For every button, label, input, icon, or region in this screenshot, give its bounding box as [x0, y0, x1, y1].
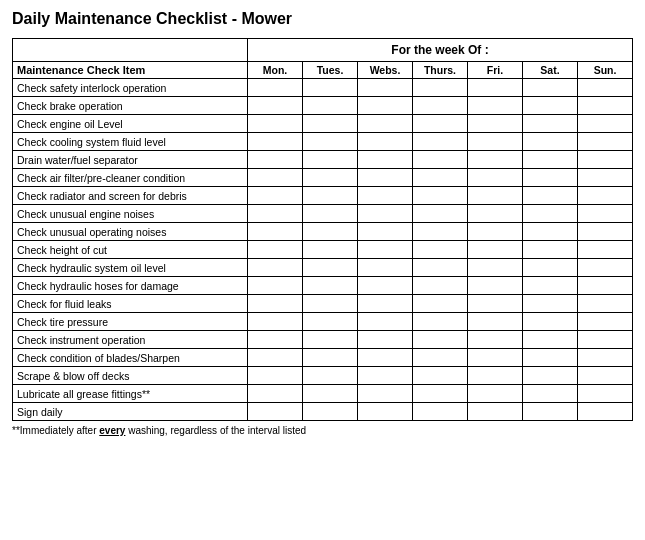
check-cell[interactable] — [413, 115, 468, 133]
check-cell[interactable] — [578, 277, 633, 295]
check-cell[interactable] — [248, 97, 303, 115]
check-cell[interactable] — [248, 79, 303, 97]
check-cell[interactable] — [248, 331, 303, 349]
check-cell[interactable] — [358, 169, 413, 187]
check-cell[interactable] — [303, 97, 358, 115]
check-cell[interactable] — [358, 223, 413, 241]
check-cell[interactable] — [303, 223, 358, 241]
check-cell[interactable] — [248, 187, 303, 205]
check-cell[interactable] — [248, 241, 303, 259]
check-cell[interactable] — [578, 205, 633, 223]
check-cell[interactable] — [578, 385, 633, 403]
check-cell[interactable] — [523, 331, 578, 349]
check-cell[interactable] — [413, 97, 468, 115]
check-cell[interactable] — [303, 277, 358, 295]
check-cell[interactable] — [303, 205, 358, 223]
check-cell[interactable] — [468, 115, 523, 133]
check-cell[interactable] — [578, 187, 633, 205]
check-cell[interactable] — [523, 349, 578, 367]
check-cell[interactable] — [248, 169, 303, 187]
check-cell[interactable] — [468, 205, 523, 223]
check-cell[interactable] — [248, 205, 303, 223]
check-cell[interactable] — [578, 403, 633, 421]
check-cell[interactable] — [468, 277, 523, 295]
check-cell[interactable] — [303, 187, 358, 205]
check-cell[interactable] — [303, 259, 358, 277]
check-cell[interactable] — [468, 385, 523, 403]
check-cell[interactable] — [303, 241, 358, 259]
check-cell[interactable] — [578, 151, 633, 169]
check-cell[interactable] — [413, 259, 468, 277]
check-cell[interactable] — [578, 79, 633, 97]
check-cell[interactable] — [578, 259, 633, 277]
check-cell[interactable] — [358, 295, 413, 313]
check-cell[interactable] — [248, 133, 303, 151]
check-cell[interactable] — [248, 349, 303, 367]
check-cell[interactable] — [358, 79, 413, 97]
check-cell[interactable] — [358, 115, 413, 133]
check-cell[interactable] — [303, 313, 358, 331]
check-cell[interactable] — [523, 79, 578, 97]
check-cell[interactable] — [358, 349, 413, 367]
check-cell[interactable] — [248, 277, 303, 295]
check-cell[interactable] — [468, 259, 523, 277]
check-cell[interactable] — [358, 187, 413, 205]
check-cell[interactable] — [468, 295, 523, 313]
check-cell[interactable] — [358, 151, 413, 169]
check-cell[interactable] — [413, 169, 468, 187]
check-cell[interactable] — [358, 205, 413, 223]
check-cell[interactable] — [358, 367, 413, 385]
check-cell[interactable] — [523, 241, 578, 259]
check-cell[interactable] — [248, 115, 303, 133]
check-cell[interactable] — [578, 115, 633, 133]
check-cell[interactable] — [303, 151, 358, 169]
check-cell[interactable] — [413, 331, 468, 349]
check-cell[interactable] — [358, 385, 413, 403]
check-cell[interactable] — [413, 313, 468, 331]
check-cell[interactable] — [413, 385, 468, 403]
check-cell[interactable] — [523, 367, 578, 385]
check-cell[interactable] — [248, 313, 303, 331]
check-cell[interactable] — [413, 403, 468, 421]
check-cell[interactable] — [523, 223, 578, 241]
check-cell[interactable] — [303, 295, 358, 313]
check-cell[interactable] — [468, 241, 523, 259]
check-cell[interactable] — [523, 259, 578, 277]
check-cell[interactable] — [523, 385, 578, 403]
check-cell[interactable] — [358, 241, 413, 259]
check-cell[interactable] — [413, 277, 468, 295]
check-cell[interactable] — [303, 385, 358, 403]
check-cell[interactable] — [358, 133, 413, 151]
check-cell[interactable] — [358, 403, 413, 421]
check-cell[interactable] — [248, 223, 303, 241]
check-cell[interactable] — [303, 331, 358, 349]
check-cell[interactable] — [303, 349, 358, 367]
check-cell[interactable] — [468, 79, 523, 97]
check-cell[interactable] — [248, 259, 303, 277]
check-cell[interactable] — [578, 295, 633, 313]
check-cell[interactable] — [248, 295, 303, 313]
check-cell[interactable] — [468, 403, 523, 421]
check-cell[interactable] — [413, 205, 468, 223]
check-cell[interactable] — [578, 349, 633, 367]
check-cell[interactable] — [468, 169, 523, 187]
check-cell[interactable] — [523, 151, 578, 169]
check-cell[interactable] — [358, 313, 413, 331]
check-cell[interactable] — [413, 295, 468, 313]
check-cell[interactable] — [468, 367, 523, 385]
check-cell[interactable] — [468, 97, 523, 115]
check-cell[interactable] — [468, 187, 523, 205]
check-cell[interactable] — [358, 97, 413, 115]
check-cell[interactable] — [523, 169, 578, 187]
check-cell[interactable] — [468, 151, 523, 169]
check-cell[interactable] — [523, 115, 578, 133]
check-cell[interactable] — [303, 403, 358, 421]
check-cell[interactable] — [303, 367, 358, 385]
check-cell[interactable] — [578, 241, 633, 259]
check-cell[interactable] — [578, 133, 633, 151]
check-cell[interactable] — [413, 349, 468, 367]
check-cell[interactable] — [248, 385, 303, 403]
check-cell[interactable] — [468, 223, 523, 241]
check-cell[interactable] — [413, 151, 468, 169]
check-cell[interactable] — [303, 79, 358, 97]
